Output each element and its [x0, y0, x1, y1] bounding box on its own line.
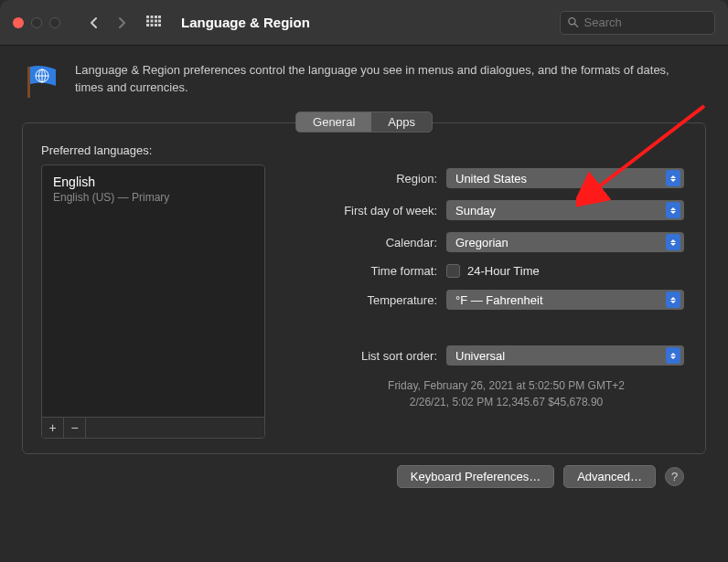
svg-rect-2: [155, 16, 157, 18]
add-language-button[interactable]: +: [42, 418, 64, 438]
nav-back-button[interactable]: [84, 13, 104, 33]
search-field[interactable]: [560, 11, 715, 35]
language-region-icon: [22, 62, 60, 99]
region-popup[interactable]: United States: [446, 168, 684, 188]
search-icon: [568, 16, 579, 28]
language-name: English: [53, 175, 253, 189]
maximize-window-button[interactable]: [49, 17, 60, 28]
help-button[interactable]: ?: [665, 467, 684, 486]
svg-line-13: [574, 24, 578, 27]
tab-bar: General Apps: [22, 111, 706, 133]
svg-rect-5: [151, 19, 154, 22]
region-label: Region:: [282, 172, 446, 186]
search-input[interactable]: [584, 16, 708, 29]
list-sort-value: Universal: [455, 349, 666, 363]
intro-section: Language & Region preferences control th…: [22, 62, 706, 99]
chevron-up-down-icon: [666, 347, 680, 364]
svg-rect-7: [158, 19, 161, 22]
calendar-label: Calendar:: [282, 236, 446, 249]
svg-rect-1: [151, 16, 154, 18]
intro-text: Language & Region preferences control th…: [75, 62, 669, 97]
svg-rect-4: [146, 19, 149, 22]
tab-apps[interactable]: Apps: [371, 112, 432, 132]
titlebar: Language & Region: [0, 0, 728, 46]
chevron-up-down-icon: [666, 170, 680, 186]
remove-language-button[interactable]: −: [64, 418, 86, 438]
chevron-up-down-icon: [666, 202, 680, 218]
chevron-up-down-icon: [666, 292, 680, 308]
example-line-2: 2/26/21, 5:02 PM 12,345.67 $45,678.90: [326, 394, 687, 410]
general-panel: Preferred languages: English English (US…: [22, 122, 706, 454]
svg-rect-6: [155, 19, 157, 22]
footer-buttons: Keyboard Preferences… Advanced… ?: [22, 454, 706, 488]
advanced-button[interactable]: Advanced…: [563, 465, 656, 488]
temperature-label: Temperature:: [282, 293, 446, 307]
svg-rect-14: [27, 67, 30, 98]
format-example: Friday, February 26, 2021 at 5:02:50 PM …: [326, 377, 687, 410]
nav-forward-button[interactable]: [112, 13, 132, 33]
preferred-languages-label: Preferred languages:: [41, 143, 687, 157]
first-day-popup[interactable]: Sunday: [446, 200, 684, 220]
chevron-up-down-icon: [666, 234, 680, 250]
list-item[interactable]: English English (US) — Primary: [42, 171, 264, 207]
example-line-1: Friday, February 26, 2021 at 5:02:50 PM …: [326, 377, 687, 394]
time-format-checkbox-label: 24-Hour Time: [467, 264, 540, 278]
time-format-checkbox[interactable]: [446, 264, 460, 278]
temperature-value: °F — Fahrenheit: [455, 293, 666, 307]
calendar-popup[interactable]: Gregorian: [446, 232, 684, 252]
svg-rect-9: [151, 24, 154, 27]
preferred-languages-list: English English (US) — Primary + −: [41, 164, 265, 439]
language-subtitle: English (US) — Primary: [53, 191, 253, 204]
close-window-button[interactable]: [13, 17, 24, 28]
calendar-value: Gregorian: [455, 236, 666, 249]
keyboard-preferences-button[interactable]: Keyboard Preferences…: [397, 465, 554, 488]
svg-rect-3: [158, 16, 161, 18]
time-format-label: Time format:: [282, 264, 446, 278]
minimize-window-button[interactable]: [31, 17, 42, 28]
window-controls: [13, 17, 60, 28]
svg-rect-11: [158, 24, 161, 27]
list-sort-popup[interactable]: Universal: [446, 345, 684, 366]
window-title: Language & Region: [181, 15, 310, 30]
first-day-label: First day of week:: [282, 204, 446, 217]
list-sort-label: List sort order:: [282, 349, 446, 363]
region-value: United States: [455, 172, 666, 186]
svg-rect-8: [146, 24, 149, 27]
svg-rect-0: [146, 16, 149, 18]
temperature-popup[interactable]: °F — Fahrenheit: [446, 290, 684, 310]
tab-general[interactable]: General: [296, 112, 371, 132]
svg-rect-10: [155, 24, 157, 27]
first-day-value: Sunday: [455, 204, 666, 217]
show-all-prefs-icon[interactable]: [143, 12, 165, 34]
